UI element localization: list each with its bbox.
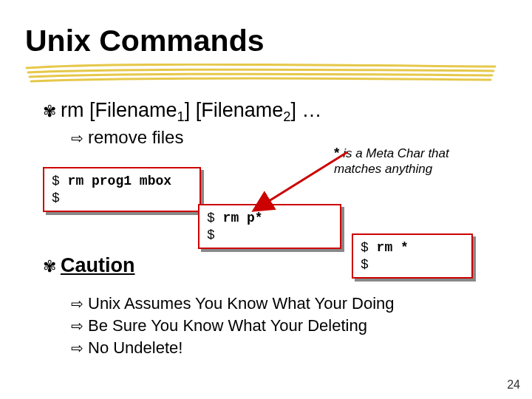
bullet-marker-z: ✾	[43, 259, 56, 275]
note-text: is a Meta Char that matches anything	[334, 146, 449, 176]
code-box-2: $ rm p* $	[198, 204, 341, 249]
page-number: 24	[507, 378, 520, 392]
bullet-caution-2: ⇨ Be Sure You Know What Your Deleting	[71, 316, 367, 335]
prompt: $	[52, 174, 68, 188]
code-box-1: $ rm prog1 mbox $	[43, 167, 201, 212]
prompt: $	[52, 191, 60, 205]
title-underline-scribble	[25, 64, 498, 84]
cmd-mid: ] [Filename	[185, 99, 284, 121]
slide: Unix Commands ✾ rm [Filename1] [Filename…	[0, 0, 532, 399]
remove-files-text: remove files	[88, 127, 183, 148]
bullet-caution-3: ⇨ No Undelete!	[71, 338, 183, 358]
bullet-marker-y: ⇨	[71, 341, 83, 355]
prompt: $	[361, 240, 377, 255]
caution-2-text: Be Sure You Know What Your Deleting	[88, 316, 367, 335]
prompt: $	[207, 228, 215, 242]
bullet-caution: ✾ Caution	[43, 254, 135, 277]
caution-3-text: No Undelete!	[88, 338, 183, 358]
slide-title: Unix Commands	[25, 24, 265, 58]
rm-syntax-text: rm [Filename1] [Filename2] …	[61, 99, 322, 122]
bullet-marker-z: ✾	[43, 103, 56, 120]
meta-char-note: * is a Meta Char that matches anything	[334, 145, 482, 177]
bullet-rm-syntax: ✾ rm [Filename1] [Filename2] …	[43, 99, 322, 122]
code2-cmd: rm p*	[223, 211, 263, 225]
cmd-pre: rm [Filename	[61, 99, 177, 121]
caution-1-text: Unix Assumes You Know What Your Doing	[88, 294, 395, 313]
bullet-remove-files: ⇨ remove files	[71, 127, 183, 148]
bullet-marker-y: ⇨	[71, 131, 83, 146]
code1-cmd: rm prog1 mbox	[68, 174, 171, 188]
code-box-3: $ rm * $	[352, 233, 473, 279]
cmd-sub1: 1	[177, 109, 185, 124]
cmd-sub2: 2	[283, 109, 290, 124]
prompt: $	[207, 211, 223, 225]
bullet-marker-y: ⇨	[71, 296, 83, 311]
bullet-marker-y: ⇨	[71, 318, 83, 333]
code3-cmd: rm *	[377, 240, 409, 255]
bullet-caution-1: ⇨ Unix Assumes You Know What Your Doing	[71, 294, 395, 313]
prompt: $	[361, 257, 369, 272]
caution-text: Caution	[61, 254, 135, 277]
cmd-post: ] …	[291, 99, 322, 121]
